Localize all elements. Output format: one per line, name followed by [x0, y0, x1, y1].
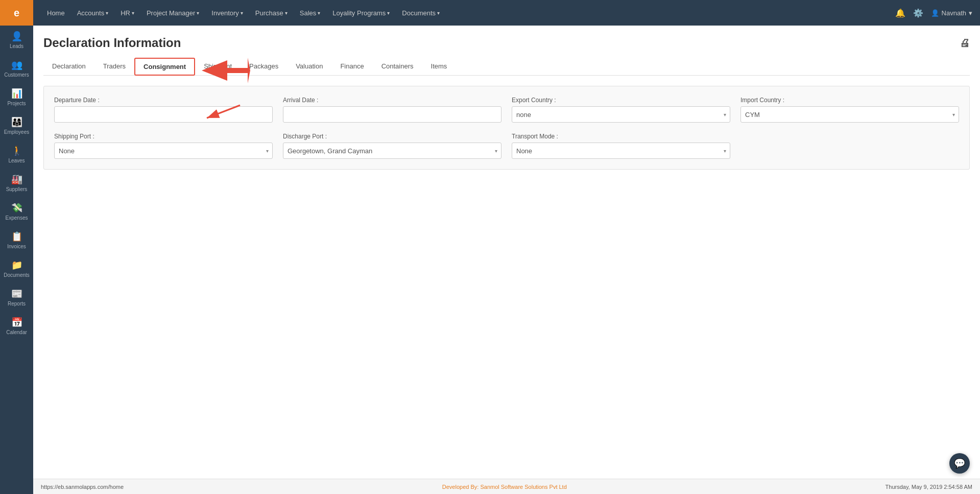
footer-developed-by: Developed By:	[442, 484, 479, 490]
print-icon[interactable]: 🖨	[960, 37, 970, 49]
footer-dev: Developed By: Sanmol Software Solutions …	[442, 484, 567, 490]
sidebar-item-label: Projects	[7, 101, 26, 106]
projects-icon: 📊	[11, 88, 22, 99]
chat-bubble[interactable]: 💬	[949, 453, 970, 474]
user-avatar-icon: 👤	[931, 9, 939, 17]
nav-home[interactable]: Home	[41, 0, 71, 26]
tab-containers[interactable]: Containers	[373, 58, 422, 76]
export-country-select[interactable]: none	[512, 106, 730, 123]
tab-items[interactable]: Items	[422, 58, 456, 76]
footer-timestamp: Thursday, May 9, 2019 2:54:58 AM	[886, 484, 972, 490]
export-country-select-wrapper: none ▾	[512, 106, 730, 123]
sidebar-item-label: Leaves	[8, 158, 25, 163]
tab-valuation[interactable]: Valuation	[287, 58, 331, 76]
chevron-down-icon: ▾	[132, 10, 134, 16]
tab-traders[interactable]: Traders	[94, 58, 134, 76]
footer: https://eb.sanmolapps.com/home Developed…	[33, 479, 980, 494]
sidebar-item-employees[interactable]: 👨‍👩‍👧 Employees	[0, 111, 33, 140]
tab-consignment[interactable]: Consignment	[134, 58, 195, 76]
nav-sales[interactable]: Sales ▾	[294, 0, 327, 26]
sidebar-item-suppliers[interactable]: 🏭 Suppliers	[0, 169, 33, 197]
notification-icon[interactable]: 🔔	[895, 8, 905, 18]
sidebar-item-documents[interactable]: 📁 Documents	[0, 254, 33, 283]
footer-url: https://eb.sanmolapps.com/home	[41, 484, 124, 490]
documents-icon: 📁	[11, 260, 22, 271]
transport-mode-select-wrapper: None ▾	[512, 143, 730, 159]
import-country-label: Import Country :	[740, 97, 959, 104]
sidebar-item-label: Calendar	[6, 330, 27, 335]
sidebar-item-expenses[interactable]: 💸 Expenses	[0, 197, 33, 226]
chevron-down-icon: ▾	[285, 10, 288, 16]
nav-inventory[interactable]: Inventory ▾	[205, 0, 249, 26]
chevron-down-icon: ▾	[106, 10, 108, 16]
sidebar-item-leaves[interactable]: 🚶 Leaves	[0, 140, 33, 169]
sidebar-item-invoices[interactable]: 📋 Invoices	[0, 226, 33, 254]
sidebar-item-label: Reports	[8, 301, 26, 307]
discharge-port-group: Discharge Port : Georgetown, Grand Cayma…	[283, 133, 501, 159]
chevron-down-icon: ▾	[387, 10, 390, 16]
expenses-icon: 💸	[11, 202, 22, 214]
arrival-date-input[interactable]	[283, 106, 501, 123]
settings-icon[interactable]: ⚙️	[913, 8, 923, 18]
shipping-port-select[interactable]: None	[54, 143, 273, 159]
nav-hr[interactable]: HR ▾	[114, 0, 140, 26]
tab-shipment[interactable]: Shipment	[195, 58, 241, 76]
customers-icon: 👥	[11, 59, 22, 70]
leaves-icon: 🚶	[11, 145, 22, 156]
transport-mode-label: Transport Mode :	[512, 133, 730, 140]
footer-company: Sanmol Software Solutions Pvt Ltd	[480, 484, 566, 490]
sidebar-item-customers[interactable]: 👥 Customers	[0, 54, 33, 83]
arrival-date-label: Arrival Date :	[283, 97, 501, 104]
nav-purchase[interactable]: Purchase ▾	[249, 0, 294, 26]
invoices-icon: 📋	[11, 231, 22, 242]
nav-accounts[interactable]: Accounts ▾	[71, 0, 114, 26]
tabs-bar: Declaration Traders Consignment Shipment…	[43, 58, 970, 76]
import-country-select[interactable]: CYM	[740, 106, 959, 123]
app-logo[interactable]: e	[0, 0, 33, 26]
departure-date-input[interactable]	[54, 106, 273, 123]
sidebar-item-label: Documents	[4, 272, 30, 278]
user-menu[interactable]: 👤 Navnath ▾	[931, 9, 972, 17]
shipping-port-select-wrapper: None ▾	[54, 143, 273, 159]
navbar: Home Accounts ▾ HR ▾ Project Manager ▾ I…	[33, 0, 980, 26]
consignment-form: Departure Date : Arrival Date : Export C…	[43, 86, 970, 170]
nav-project-manager[interactable]: Project Manager ▾	[140, 0, 205, 26]
tab-finance[interactable]: Finance	[331, 58, 372, 76]
departure-date-group: Departure Date :	[54, 97, 273, 123]
arrival-date-group: Arrival Date :	[283, 97, 501, 123]
page-title: Declaration Information	[43, 36, 181, 50]
discharge-port-select[interactable]: Georgetown, Grand Cayman	[283, 143, 501, 159]
import-country-group: Import Country : CYM ▾	[740, 97, 959, 123]
form-row-2: Shipping Port : None ▾ Discharge Port : …	[54, 133, 959, 159]
reports-icon: 📰	[11, 288, 22, 299]
empty-group	[740, 133, 959, 159]
tab-packages[interactable]: Packages	[241, 58, 287, 76]
chevron-down-icon: ▾	[241, 10, 243, 16]
chevron-down-icon: ▾	[969, 9, 972, 17]
sidebar-item-projects[interactable]: 📊 Projects	[0, 83, 33, 111]
nav-loyalty[interactable]: Loyality Programs ▾	[326, 0, 396, 26]
transport-mode-select[interactable]: None	[512, 143, 730, 159]
sidebar-item-label: Invoices	[7, 244, 26, 249]
page-title-row: Declaration Information 🖨	[43, 36, 970, 50]
sidebar-item-label: Suppliers	[6, 186, 28, 192]
main-area: Home Accounts ▾ HR ▾ Project Manager ▾ I…	[33, 0, 980, 494]
chevron-down-icon: ▾	[318, 10, 320, 16]
departure-date-label: Departure Date :	[54, 97, 273, 104]
sidebar-item-label: Customers	[4, 72, 29, 78]
sidebar-item-label: Leads	[10, 43, 23, 49]
sidebar-item-calendar[interactable]: 📅 Calendar	[0, 312, 33, 340]
shipping-port-group: Shipping Port : None ▾	[54, 133, 273, 159]
sidebar: e 👤 Leads 👥 Customers 📊 Projects 👨‍👩‍👧 E…	[0, 0, 33, 494]
tab-declaration[interactable]: Declaration	[43, 58, 94, 76]
chevron-down-icon: ▾	[197, 10, 199, 16]
export-country-group: Export Country : none ▾	[512, 97, 730, 123]
calendar-icon: 📅	[11, 317, 22, 328]
sidebar-item-reports[interactable]: 📰 Reports	[0, 283, 33, 312]
employees-icon: 👨‍👩‍👧	[11, 116, 22, 128]
discharge-port-label: Discharge Port :	[283, 133, 501, 140]
suppliers-icon: 🏭	[11, 174, 22, 185]
content-area: Declaration Information 🖨 Declaration Tr…	[33, 26, 980, 479]
sidebar-item-leads[interactable]: 👤 Leads	[0, 26, 33, 54]
nav-documents[interactable]: Documents ▾	[396, 0, 446, 26]
